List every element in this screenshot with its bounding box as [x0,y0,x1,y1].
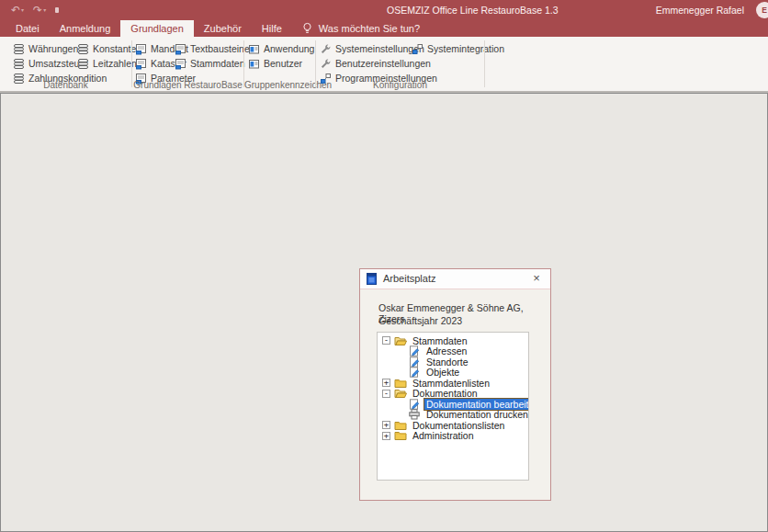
edit-icon [408,399,421,410]
titlebar: ↶▾ ↷▾ OSEMZIZ Office Line RestauroBase 1… [0,0,768,20]
ribbon-button-benutzer[interactable]: Benutzer [248,56,314,71]
folder-icon [394,420,407,431]
close-icon[interactable]: × [526,269,547,289]
dialog-title: Arbeitsplatz [383,269,435,289]
ribbon-button-waehrungen[interactable]: Währungen [13,41,77,56]
user-name: Emmenegger Rafael [656,5,744,16]
edit-icon [408,357,421,368]
expand-slot: - [382,336,394,345]
tell-me-label: Was möchten Sie tun? [319,23,420,34]
tab-hilfe[interactable]: Hilfe [252,20,292,37]
ribbon-group-grundlagen-restaurobase: MandantKatasterParameterTextbausteineSta… [132,37,244,91]
tab-zubehoer[interactable]: Zubehör [194,20,252,37]
tree-item-administration[interactable]: +Administration [378,431,528,442]
ribbon-button-label: Leitzahlen [93,58,137,69]
ribbon-button-kataster[interactable]: Kataster [135,56,175,71]
wrench-icon [320,58,332,70]
ribbon-button-stammdaten[interactable]: Stammdaten [175,56,250,71]
tab-datei[interactable]: Datei [6,20,50,37]
ribbon-button-label: Währungen [28,43,78,54]
app-window-icon [248,58,260,70]
user-avatar[interactable]: E [756,2,768,18]
ribbon: WährungenUmsatzsteuerZahlungskonditionKo… [0,37,768,93]
expand-slot: + [382,379,394,387]
ribbon-group-konfiguration: SystemeinstellungenBenutzereinstellungen… [316,37,485,91]
app-window-icon [248,43,260,55]
database-icon [77,58,89,70]
workspace-tree: -StammdatenAdressenStandorteObjekte+Stam… [377,332,529,481]
dialog-titlebar[interactable]: Arbeitsplatz × [360,269,550,289]
ribbon-button-label: Benutzer [264,58,302,69]
workspace-background: Arbeitsplatz × Oskar Emmenegger & Söhne … [0,93,768,532]
network-icon [412,43,424,55]
expand-slot: + [382,421,394,429]
ribbon-button-label: Anwendung [264,43,314,54]
window-title: OSEMZIZ Office Line RestauroBase 1.3 [387,0,559,20]
fiscal-year-line: Geschäftsjahr 2023 [378,315,462,326]
expand-slot: - [382,390,394,398]
form-icon [175,43,186,55]
ribbon-group-label: Datenbank [0,80,131,90]
collapse-icon[interactable]: - [382,390,390,398]
lightbulb-icon [301,22,313,35]
workspace-icon [367,273,377,285]
form-icon [175,58,186,70]
ribbon-button-label: Stammdaten [190,58,245,69]
ribbon-tab-row: DateiAnmeldungGrundlagenZubehörHilfe Was… [0,20,768,37]
folder-open-icon [394,388,407,399]
ribbon-button-umsatzsteuer[interactable]: Umsatzsteuer [13,56,77,71]
expand-icon[interactable]: + [382,379,390,387]
tab-grundlagen[interactable]: Grundlagen [120,20,194,37]
database-icon [77,43,89,55]
wrench-icon [320,43,332,55]
undo-icon[interactable]: ↶▾ [11,0,24,20]
folder-icon [394,430,407,441]
database-icon [13,43,25,55]
database-icon [13,58,25,70]
ribbon-group-label: Konfiguration [316,80,484,90]
ribbon-button-systemeinstellungen[interactable]: Systemeinstellungen [320,41,412,56]
redo-dropdown-icon[interactable]: ▾ [43,0,46,20]
ribbon-button-label: Textbausteine [190,43,250,54]
folder-open-icon [394,335,407,346]
customize-qat-icon[interactable] [55,7,59,13]
expand-icon[interactable]: + [382,421,390,429]
ribbon-button-systemintegration[interactable]: Systemintegration [412,41,504,56]
ribbon-group-label: Gruppenkennzeichen [244,80,315,90]
ribbon-button-label: Systemintegration [427,43,504,54]
application-window: ↶▾ ↷▾ OSEMZIZ Office Line RestauroBase 1… [0,0,768,532]
expand-slot: + [382,432,394,440]
collapse-icon[interactable]: - [382,336,390,345]
edit-icon [408,345,421,357]
folder-icon [394,378,407,389]
undo-dropdown-icon[interactable]: ▾ [21,0,24,20]
ribbon-group-gruppenkennzeichen: AnwendungBenutzerGruppenkennzeichen [244,37,316,91]
quick-access-toolbar: ↶▾ ↷▾ [11,0,59,20]
ribbon-group-label: Grundlagen RestauroBase [132,80,243,90]
ribbon-button-anwendung[interactable]: Anwendung [248,41,314,56]
form-icon [135,43,147,55]
ribbon-button-mandant[interactable]: Mandant [135,41,175,56]
arbeitsplatz-dialog: Arbeitsplatz × Oskar Emmenegger & Söhne … [359,268,551,501]
redo-icon[interactable]: ↷▾ [33,0,46,20]
tree-item-label: Administration [410,429,477,442]
ribbon-button-textbausteine[interactable]: Textbausteine [175,41,250,56]
tell-me-box[interactable]: Was möchten Sie tun? [301,20,420,37]
ribbon-group-datenbank: WährungenUmsatzsteuerZahlungskonditionKo… [0,37,132,91]
ribbon-button-benutzereinstellungen[interactable]: Benutzereinstellungen [320,56,412,71]
user-area: Emmenegger Rafael E [656,0,768,20]
expand-icon[interactable]: + [382,432,390,440]
tab-anmeldung[interactable]: Anmeldung [50,20,121,37]
form-icon [135,58,147,70]
